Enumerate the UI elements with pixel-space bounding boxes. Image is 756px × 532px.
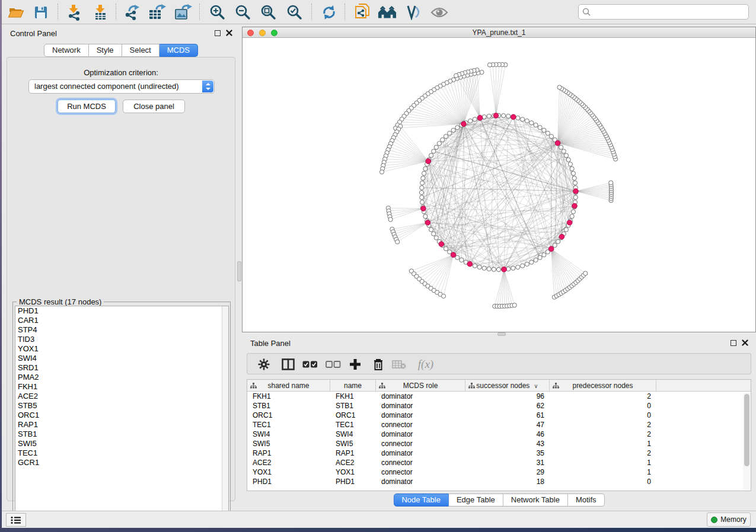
mcds-result-item[interactable]: RAP1 [15,420,228,430]
export-table-icon[interactable] [148,3,167,22]
mcds-result-item[interactable]: STB5 [15,401,228,411]
table-row[interactable]: SWI5SWI5connector431 [247,439,751,448]
mcds-result-item[interactable]: FKH1 [15,382,228,392]
table-row[interactable]: RAP1RAP1dominator352 [247,448,751,458]
export-image-icon[interactable] [174,3,193,22]
zoom-fit-icon[interactable] [259,3,278,22]
save-session-icon[interactable] [31,3,50,22]
mcds-result-item[interactable]: STB1 [15,430,228,439]
list-menu-icon [11,516,21,524]
float-panel-icon[interactable] [731,340,736,346]
mcds-result-list[interactable]: PHD1CAR1STP4TID3YOX1SWI4SRD1PMA2FKH1ACE2… [15,306,229,518]
zoom-selected-icon[interactable] [285,3,304,22]
table-cell: 47 [465,420,550,430]
open-file-icon[interactable] [7,3,25,22]
mcds-result-item[interactable]: CAR1 [15,316,228,325]
optimization-criterion-value: largest connected component (undirected) [34,82,179,91]
zoom-in-icon[interactable] [208,3,227,22]
table-cell: 29 [465,467,550,477]
share-network-document-icon[interactable] [353,3,372,22]
control-panel-title: Control Panel [10,29,57,38]
vertical-splitter-handle[interactable] [237,261,241,281]
table-cell: 96 [465,392,550,401]
function-builder-icon[interactable]: f(x) [414,356,438,373]
table-tab-motifs[interactable]: Motifs [568,493,605,507]
zoom-out-icon[interactable] [234,3,253,22]
show-hide-eye-icon[interactable] [430,3,449,22]
table-cell: dominator [376,392,465,401]
delete-table-icon[interactable] [391,356,407,373]
select-all-rows-icon[interactable] [302,356,318,373]
table-row[interactable]: PHD1PHD1dominator180 [247,477,751,486]
mcds-result-item[interactable]: ORC1 [15,411,228,420]
table-row[interactable]: STB1STB1dominator620 [247,401,751,411]
memory-button[interactable]: Memory [707,512,751,527]
delete-column-icon[interactable] [370,356,387,373]
tab-mcds[interactable]: MCDS [160,44,198,57]
float-panel-icon[interactable] [215,30,221,36]
mcds-result-item[interactable]: SRD1 [15,363,228,373]
table-cell: connector [376,458,465,467]
table-cell: YOX1 [247,467,330,477]
table-tab-node-table[interactable]: Node Table [393,493,449,507]
mcds-result-item[interactable]: SWI5 [15,439,228,448]
refresh-icon[interactable] [320,3,339,22]
column-header-MCDS-role[interactable]: MCDS role [376,380,465,392]
table-cell: ORC1 [247,411,330,420]
table-cell: STB1 [247,401,330,411]
column-header-shared-name[interactable]: shared name [247,380,330,392]
memory-label: Memory [720,515,746,524]
network-canvas[interactable] [243,38,755,332]
column-visibility-icon[interactable] [280,356,296,373]
tab-network[interactable]: Network [44,44,89,57]
mcds-result-item[interactable]: ACE2 [15,392,228,401]
mcds-result-item[interactable]: PHD1 [15,306,228,316]
table-cell: RAP1 [247,448,330,458]
panel-menu-button[interactable] [6,513,26,527]
network-window-titlebar[interactable]: YPA_prune.txt_1 [243,27,755,38]
table-tab-edge-table[interactable]: Edge Table [449,493,503,507]
mcds-result-item[interactable]: TID3 [15,335,228,344]
add-column-icon[interactable] [347,356,363,373]
column-header-successor-nodes[interactable]: successor nodes∨ [465,380,550,392]
mcds-result-item[interactable]: PMA2 [15,373,228,382]
table-tab-network-table[interactable]: Network Table [503,493,568,507]
close-panel-button[interactable]: Close panel [123,100,185,113]
table-cell: ORC1 [330,411,376,420]
table-row[interactable]: ACE2ACE2connector311 [247,458,751,467]
table-toolbar: f(x) [247,353,751,374]
import-network-icon[interactable] [65,3,84,22]
table-cell: dominator [376,477,465,486]
main-toolbar [2,0,756,24]
mcds-result-item[interactable]: TEC1 [15,448,228,458]
column-header-predecessor-nodes[interactable]: predecessor nodes [550,380,656,392]
settings-gear-icon[interactable] [256,356,272,373]
tab-select[interactable]: Select [122,44,160,57]
run-mcds-button[interactable]: Run MCDS [58,100,116,113]
tab-style[interactable]: Style [89,44,122,57]
table-scrollbar[interactable] [743,393,750,490]
table-scrollbar-thumb[interactable] [744,394,749,466]
table-row[interactable]: TEC1TEC1connector472 [247,420,751,430]
optimization-criterion-select[interactable]: largest connected component (undirected) [28,79,215,94]
deselect-all-rows-icon[interactable] [325,356,342,373]
table-row[interactable]: FKH1FKH1dominator962 [247,392,751,401]
mcds-result-item[interactable]: SWI4 [15,354,228,363]
search-input[interactable] [578,4,749,20]
mcds-result-item[interactable]: STP4 [15,325,228,335]
mcds-result-item[interactable]: GCR1 [15,458,228,467]
table-row[interactable]: SWI4SWI4dominator462 [247,430,751,439]
network-overview-icon[interactable] [378,3,397,22]
close-panel-icon[interactable] [226,30,232,36]
export-network-icon[interactable] [123,3,142,22]
mcds-result-item[interactable]: YOX1 [15,344,228,354]
table-row[interactable]: ORC1ORC1dominator610 [247,411,751,420]
import-table-icon[interactable] [91,3,110,22]
column-header-name[interactable]: name [330,380,376,392]
table-row[interactable]: YOX1YOX1connector291 [247,467,751,477]
graphics-details-icon[interactable] [404,3,423,22]
close-panel-icon[interactable] [742,339,748,346]
control-panel: Control Panel NetworkStyleSelectMCDS Opt… [2,24,240,511]
mcds-list-scrollbar[interactable] [222,306,228,517]
application-window: Control Panel NetworkStyleSelectMCDS Opt… [2,0,756,528]
